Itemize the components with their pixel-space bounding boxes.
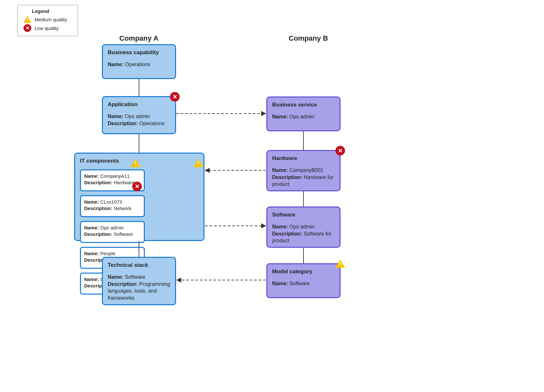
column-a-header: Company A [119, 34, 158, 43]
warning-icon [24, 16, 31, 23]
node-title: Model category [272, 268, 335, 276]
warning-icon [131, 159, 140, 167]
node-hardware: Hardware Name: CompanyB001 Description: … [266, 150, 341, 191]
node-business-capability: Business capability Name: Operations [102, 44, 176, 79]
legend-row-low: Low quality [24, 24, 72, 32]
it-item: Name: CLxx1073 Description: Network [80, 195, 145, 217]
node-field-name: Name: Software [108, 274, 170, 281]
node-title: Software [272, 211, 335, 219]
node-field-desc: Description: Hardware for product [272, 174, 335, 188]
error-icon [24, 24, 31, 32]
node-title: Business capability [108, 49, 170, 56]
column-b-header: Company B [289, 34, 328, 43]
node-business-service: Business service Name: Ops admin [266, 96, 341, 131]
error-icon [170, 92, 180, 102]
node-field-desc: Description: Operations [108, 120, 170, 127]
error-icon [132, 182, 142, 191]
node-title: Hardware [272, 155, 335, 162]
it-item: Name: Ops admin Description: Software [80, 221, 145, 243]
node-field-desc: Description: Software for product [272, 230, 335, 244]
node-technical-stack: Technical stack Name: Software Descripti… [102, 257, 176, 305]
node-field-name: Name: Operations [108, 61, 170, 68]
error-icon [335, 146, 345, 156]
node-field-name: Name: Software [272, 280, 335, 287]
legend-medium-label: Medium quality [35, 17, 67, 22]
node-application: Application Name: Ops admin Description:… [102, 96, 176, 134]
legend-title: Legend [32, 8, 72, 14]
node-title: Application [108, 101, 170, 108]
node-field-name: Name: Ops admin [272, 223, 335, 230]
node-field-name: Name: Ops admin [272, 113, 335, 120]
legend-box: Legend Medium quality Low quality [17, 5, 78, 36]
warning-icon [335, 259, 345, 268]
node-field-name: Name: CompanyB001 [272, 167, 335, 174]
legend-low-label: Low quality [35, 25, 59, 31]
node-field-name: Name: Ops admin [108, 113, 170, 120]
node-model-category: Model category Name: Software [266, 263, 341, 298]
warning-icon [193, 159, 203, 167]
legend-row-medium: Medium quality [24, 16, 72, 23]
node-software: Software Name: Ops admin Description: So… [266, 206, 341, 248]
node-title: Business service [272, 101, 335, 109]
node-field-desc: Description: Programming languages, tool… [108, 281, 170, 302]
diagram-canvas: Legend Medium quality Low quality Compan… [0, 0, 544, 392]
node-title: Technical stack [108, 262, 170, 269]
